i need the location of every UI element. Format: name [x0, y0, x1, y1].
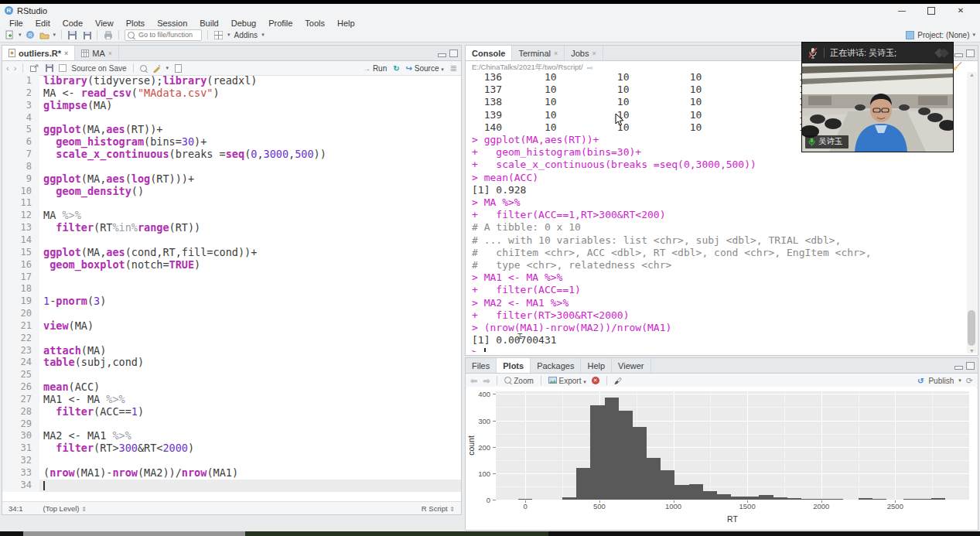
menubar: FileEditCodeViewPlotsSessionBuildDebugPr… — [0, 17, 980, 29]
back-icon[interactable]: ‹ — [6, 64, 9, 73]
menu-help[interactable]: Help — [331, 19, 361, 28]
speaking-label: 正在讲话: 吴诗玉; — [830, 47, 896, 59]
menu-code[interactable]: Code — [56, 19, 89, 28]
document-outline-icon[interactable]: ≣ — [450, 64, 457, 73]
histogram-bar — [703, 491, 717, 500]
tab-viewer[interactable]: Viewer — [612, 358, 650, 373]
menu-profile[interactable]: Profile — [262, 19, 299, 28]
code-line: 29 — [2, 418, 461, 431]
new-file-dropdown[interactable]: ▾ — [19, 32, 22, 38]
console-scrollbar[interactable]: ▲ ▼ — [967, 72, 977, 353]
addins-button[interactable]: Addins — [234, 31, 258, 39]
code-editor[interactable]: 1library(tidyverse);library(readxl)2MA <… — [2, 75, 461, 502]
menu-debug[interactable]: Debug — [225, 19, 262, 28]
menu-build[interactable]: Build — [193, 19, 224, 28]
publish-dropdown[interactable]: ▾ — [958, 377, 961, 384]
clear-console-icon[interactable]: 🧹 — [953, 62, 962, 70]
addins-dropdown[interactable]: ▾ — [261, 32, 265, 38]
maximize-pane-icon[interactable] — [449, 50, 458, 57]
code-line: 1library(tidyverse);library(readxl) — [2, 75, 461, 87]
meeting-app-logo-icon — [936, 50, 948, 56]
open-file-icon[interactable] — [39, 30, 50, 40]
menu-view[interactable]: View — [89, 19, 120, 28]
histogram-bar — [674, 485, 688, 500]
tab-plots[interactable]: Plots — [497, 358, 531, 373]
code-line: 24table(subj,cond) — [2, 357, 461, 369]
save-icon[interactable] — [67, 30, 77, 40]
zoom-icon — [504, 377, 511, 384]
menu-tools[interactable]: Tools — [299, 19, 331, 28]
scroll-up-icon[interactable]: ▲ — [967, 72, 977, 77]
rerun-icon[interactable]: ↻ — [393, 64, 399, 73]
tab-console[interactable]: Console — [466, 46, 512, 60]
scroll-down-icon[interactable]: ▼ — [967, 348, 977, 353]
save-icon[interactable] — [44, 63, 54, 73]
goto-file-search[interactable] — [125, 29, 202, 41]
new-project-icon[interactable]: R — [26, 30, 36, 40]
goto-file-input[interactable] — [137, 30, 199, 39]
code-tools-dropdown[interactable]: ▾ — [166, 65, 169, 71]
minimize-pane-icon[interactable] — [438, 53, 446, 57]
save-all-icon[interactable] — [81, 30, 91, 40]
histogram-bar — [931, 498, 945, 500]
close-tab-icon[interactable]: × — [64, 50, 68, 57]
tab-terminal[interactable]: Terminal× — [512, 46, 565, 60]
export-button[interactable]: Export ▾ — [548, 377, 586, 385]
data-table-icon — [81, 50, 89, 57]
editor-statusbar: 34:1 (Top Level) ⇕ R Script ⇕ — [2, 501, 461, 514]
maximize-pane-icon[interactable] — [966, 362, 975, 370]
refresh-icon[interactable]: ⟳ — [966, 377, 973, 385]
menu-edit[interactable]: Edit — [29, 19, 56, 28]
mouse-cursor — [615, 113, 624, 130]
source-button[interactable]: ↪ Source ▾ — [406, 64, 444, 73]
tab-help[interactable]: Help — [581, 358, 612, 373]
previous-plot-icon[interactable]: ⬅ — [470, 376, 477, 386]
project-selector[interactable]: Project: (None) ▾ — [906, 31, 975, 39]
forward-icon[interactable]: › — [14, 64, 17, 73]
run-button[interactable]: → Run — [363, 64, 387, 73]
close-button[interactable]: ✕ — [946, 5, 975, 16]
publish-button[interactable]: Publish — [928, 377, 954, 385]
zoom-plot-button[interactable]: Zoom — [504, 377, 533, 385]
histogram-panel — [496, 391, 969, 500]
next-plot-icon[interactable]: ➡ — [483, 376, 490, 386]
file-type-selector[interactable]: R Script ⇕ — [422, 504, 455, 513]
menu-session[interactable]: Session — [151, 19, 193, 28]
close-tab-icon[interactable]: × — [592, 50, 596, 57]
menu-plots[interactable]: Plots — [120, 19, 151, 28]
close-tab-icon[interactable]: × — [108, 50, 112, 57]
clear-plots-icon[interactable]: 🖌 — [614, 377, 622, 385]
minimize-pane-icon[interactable] — [954, 53, 963, 57]
remove-plot-icon[interactable]: ✕ — [592, 377, 599, 384]
participant-name-tag: 吴诗玉 — [805, 135, 849, 149]
goto-directory-icon[interactable]: ⇨ — [587, 63, 593, 72]
print-icon[interactable] — [103, 30, 113, 40]
open-file-dropdown[interactable]: ▾ — [53, 32, 56, 38]
code-line: 34 — [2, 480, 461, 492]
compile-report-icon[interactable] — [173, 63, 183, 73]
minimize-pane-icon[interactable] — [954, 366, 963, 370]
new-file-icon[interactable] — [5, 30, 15, 40]
histogram-bar — [759, 495, 773, 500]
find-icon[interactable] — [140, 65, 147, 72]
minimize-button[interactable]: — — [887, 5, 917, 16]
code-line: 27MA1 <- MA %>% — [2, 394, 461, 406]
popout-icon[interactable] — [29, 63, 39, 73]
tab-ma[interactable]: MA × — [75, 46, 119, 60]
scope-selector[interactable]: (Top Level) ⇕ — [43, 504, 87, 513]
menu-file[interactable]: File — [3, 19, 29, 28]
scrollbar-thumb[interactable] — [968, 310, 975, 346]
close-tab-icon[interactable]: × — [554, 50, 558, 57]
code-line: 9ggplot(MA,aes(log(RT)))+ — [2, 173, 461, 186]
code-tools-icon[interactable] — [152, 63, 162, 73]
maximize-pane-icon[interactable] — [966, 50, 975, 57]
tab-files[interactable]: Files — [466, 358, 497, 373]
meeting-overlay[interactable]: 正在讲话: 吴诗玉; — [802, 43, 953, 152]
tab-jobs[interactable]: Jobs× — [565, 46, 603, 60]
workspace-panes-icon[interactable] — [213, 30, 224, 40]
maximize-button[interactable] — [917, 5, 946, 16]
source-on-save-checkbox[interactable] — [59, 64, 67, 72]
tab-packages[interactable]: Packages — [531, 358, 581, 373]
tab-outliers[interactable]: outliers.R* × — [2, 46, 75, 60]
panes-dropdown[interactable]: ▾ — [227, 32, 230, 38]
